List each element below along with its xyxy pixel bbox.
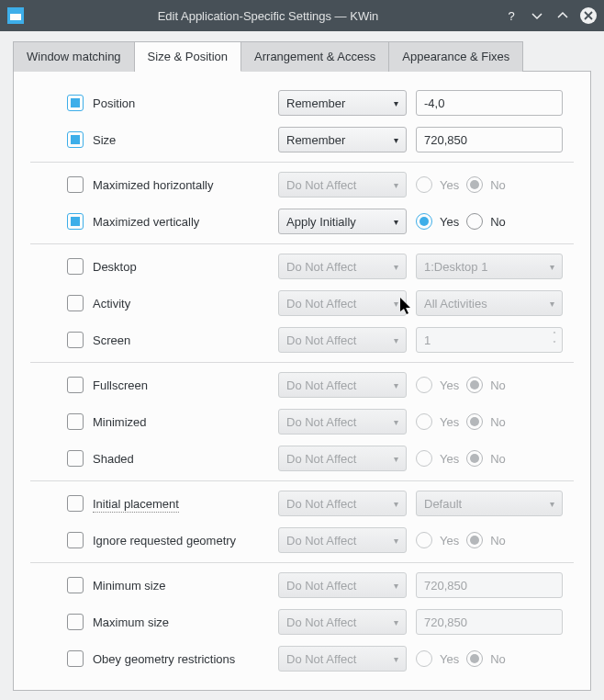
checkbox-max-v[interactable] (67, 213, 84, 230)
chevron-down-icon: ▾ (394, 581, 398, 591)
value-size[interactable]: 720,850 (416, 127, 563, 152)
checkbox-activity[interactable] (67, 295, 84, 311)
chevron-down-icon: ▾ (394, 617, 398, 627)
radio-ignore-geo-no (466, 532, 483, 548)
row-max-v: Maximized vertically Apply Initially▾ Ye… (67, 203, 574, 240)
row-desktop: Desktop Do Not Affect▾ 1:Desktop 1▾ (67, 248, 574, 285)
checkbox-ignore-geometry[interactable] (67, 532, 84, 548)
label-obey-geometry: Obey geometry restrictions (93, 652, 235, 666)
value-screen: 1˄˅ (416, 327, 563, 353)
radio-obey-geo-no (466, 650, 483, 667)
label-max-h: Maximized horizontally (93, 178, 214, 192)
titlebar: Edit Application-Specific Settings — KWi… (0, 0, 604, 31)
radio-max-h-no (466, 176, 483, 193)
chevron-down-icon: ▾ (394, 499, 398, 509)
value-activity: All Activities▾ (416, 290, 563, 316)
spin-arrows-icon: ˄˅ (553, 331, 556, 349)
radio-shaded-yes (416, 450, 432, 467)
chevron-down-icon: ▾ (394, 217, 398, 227)
label-size: Size (93, 133, 116, 147)
checkbox-max-size[interactable] (67, 614, 84, 630)
rule-desktop: Do Not Affect▾ (278, 254, 407, 279)
rule-max-size: Do Not Affect▾ (278, 609, 407, 635)
checkbox-screen[interactable] (67, 332, 84, 348)
help-icon[interactable]: ? (503, 7, 520, 24)
maximize-icon[interactable] (554, 7, 571, 24)
rule-size[interactable]: Remember▾ (278, 127, 407, 152)
checkbox-size[interactable] (67, 131, 84, 148)
chevron-down-icon: ▾ (550, 299, 554, 309)
settings-panel: Position Remember▾ -4,0 Size Remember▾ 7… (13, 71, 591, 691)
radio-max-v-yes[interactable] (416, 213, 432, 230)
value-position[interactable]: -4,0 (416, 90, 563, 116)
value-placement: Default▾ (416, 491, 563, 516)
label-ignore-geometry: Ignore requested geometry (93, 534, 236, 548)
checkbox-min-size[interactable] (67, 577, 84, 593)
rule-activity: Do Not Affect▾ (278, 290, 407, 316)
rule-minimized: Do Not Affect▾ (278, 409, 407, 435)
rule-placement: Do Not Affect▾ (278, 491, 407, 516)
checkbox-placement[interactable] (67, 495, 84, 512)
radio-minimized-no (466, 413, 483, 430)
rule-screen: Do Not Affect▾ (278, 327, 407, 353)
row-position: Position Remember▾ -4,0 (67, 85, 574, 121)
row-shaded: Shaded Do Not Affect▾ Yes No (67, 440, 574, 477)
radio-ignore-geo-yes (416, 532, 432, 548)
row-ignore-geometry: Ignore requested geometry Do Not Affect▾… (67, 522, 574, 559)
tab-window-matching[interactable]: Window matching (13, 41, 135, 72)
chevron-down-icon: ▾ (394, 299, 398, 309)
radio-fullscreen-yes (416, 377, 432, 393)
window-title: Edit Application-Specific Settings — KWi… (33, 9, 503, 23)
checkbox-position[interactable] (67, 95, 84, 111)
label-max-v: Maximized vertically (93, 215, 199, 229)
minimize-icon[interactable] (529, 7, 545, 24)
value-min-size: 720,850 (416, 572, 563, 598)
radio-minimized-yes (416, 413, 432, 430)
rule-min-size: Do Not Affect▾ (278, 572, 407, 598)
radio-max-h-yes (416, 176, 432, 193)
chevron-down-icon: ▾ (394, 262, 398, 272)
radio-shaded-no (466, 450, 483, 467)
chevron-down-icon: ▾ (394, 180, 398, 190)
close-icon[interactable] (580, 7, 597, 24)
chevron-down-icon: ▾ (394, 380, 398, 390)
radio-obey-geo-yes (416, 650, 432, 667)
app-icon (7, 7, 24, 24)
rule-ignore-geometry: Do Not Affect▾ (278, 527, 407, 553)
row-size: Size Remember▾ 720,850 (67, 121, 574, 158)
label-minimized: Minimized (93, 415, 147, 429)
row-activity: Activity Do Not Affect▾ All Activities▾ (67, 285, 574, 322)
row-max-h: Maximized horizontally Do Not Affect▾ Ye… (67, 166, 574, 203)
tab-appearance-fixes[interactable]: Appearance & Fixes (389, 41, 523, 72)
checkbox-minimized[interactable] (67, 413, 84, 430)
chevron-down-icon: ▾ (394, 536, 398, 546)
label-shaded: Shaded (93, 452, 134, 466)
row-obey-geometry: Obey geometry restrictions Do Not Affect… (67, 640, 574, 677)
value-desktop: 1:Desktop 1▾ (416, 254, 563, 279)
checkbox-max-h[interactable] (67, 176, 84, 193)
checkbox-obey-geometry[interactable] (67, 650, 84, 667)
chevron-down-icon: ▾ (550, 262, 554, 272)
label-desktop: Desktop (93, 260, 137, 274)
checkbox-desktop[interactable] (67, 258, 84, 275)
rule-position[interactable]: Remember▾ (278, 90, 407, 116)
tab-size-position[interactable]: Size & Position (135, 41, 241, 72)
radio-max-v-no[interactable] (466, 213, 483, 230)
label-min-size: Minimum size (93, 579, 165, 593)
radio-fullscreen-no (466, 377, 483, 393)
checkbox-fullscreen[interactable] (67, 377, 84, 393)
chevron-down-icon: ▾ (394, 98, 398, 108)
tab-arrangement-access[interactable]: Arrangement & Access (241, 41, 389, 72)
checkbox-shaded[interactable] (67, 450, 84, 467)
chevron-down-icon: ▾ (394, 335, 398, 345)
chevron-down-icon: ▾ (550, 499, 554, 509)
row-max-size: Maximum size Do Not Affect▾ 720,850 (67, 604, 574, 640)
label-screen: Screen (93, 333, 130, 347)
label-placement: Initial placement (93, 497, 179, 513)
tab-bar: Window matching Size & Position Arrangem… (13, 40, 591, 71)
rule-max-v[interactable]: Apply Initially▾ (278, 209, 407, 234)
label-fullscreen: Fullscreen (93, 378, 148, 392)
rule-shaded: Do Not Affect▾ (278, 446, 407, 471)
label-max-size: Maximum size (93, 615, 169, 629)
label-position: Position (93, 96, 135, 110)
